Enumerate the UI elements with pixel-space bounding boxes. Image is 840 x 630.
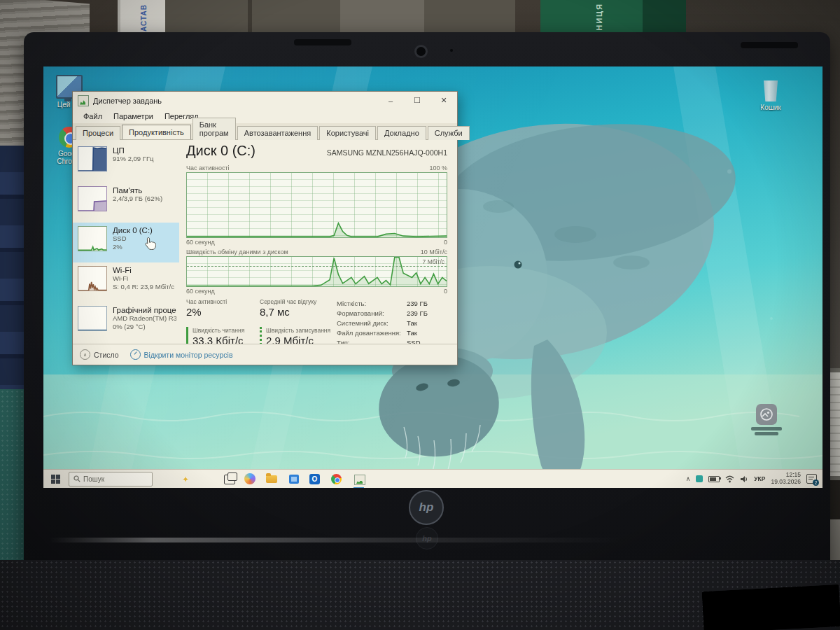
disk-performance-panel: Диск 0 (C:) SAMSUNG MZNLN256HAJQ-000H1 Ч… <box>179 140 457 344</box>
transfer-chart-label: Швидкість обміну даними з диском <box>186 248 288 255</box>
transfer-chart-max: 10 Мбіт/с <box>421 248 447 255</box>
task-manager-window: Диспетчер завдань – ☐ ✕ Файл Параметри П… <box>72 91 458 365</box>
tab-processes[interactable]: Процеси <box>76 126 120 140</box>
stat-active-time: Час активності 2% <box>186 298 260 321</box>
tab-startup[interactable]: Автозавантаження <box>237 126 318 140</box>
outlook-button[interactable]: O <box>309 472 322 485</box>
bezel-notch-right <box>741 42 798 48</box>
collapse-icon: ∧ <box>80 349 90 360</box>
disk-activity-chart <box>186 172 447 238</box>
outlook-icon: O <box>309 474 320 484</box>
transfer-chart-xlabel: 60 секунд <box>186 288 215 295</box>
network-icon[interactable] <box>725 475 734 483</box>
tray-app-icon[interactable] <box>696 475 703 482</box>
maximize-button[interactable]: ☐ <box>404 92 430 109</box>
image-file-label-line1 <box>751 427 782 430</box>
menu-file[interactable]: Файл <box>78 112 108 120</box>
disk-details: Місткість:239 ГБ Форматований:239 ГБ Сис… <box>337 298 447 344</box>
hand-cursor-icon <box>144 237 156 250</box>
search-highlights-sparkle-icon[interactable]: ✦ <box>182 475 190 484</box>
transfer-threshold-label: 7 Мбіт/с <box>423 258 444 265</box>
task-view-button[interactable] <box>223 472 235 485</box>
taskbar: Пошук ✦ O ∧ <box>43 469 822 488</box>
battery-icon[interactable] <box>708 476 720 482</box>
disk-transfer-chart: 7 Мбіт/с <box>186 256 447 287</box>
sidebar-item-memory[interactable]: Пам'ять 2,4/3,9 ГБ (62%) <box>73 183 179 223</box>
microsoft-store-button[interactable] <box>288 472 300 485</box>
stat-response-time: Середній час відгуку 8,7 мс <box>260 298 337 321</box>
notification-center-button[interactable]: 2 <box>806 474 817 484</box>
hidden-icons-chevron[interactable]: ∧ <box>686 475 691 482</box>
sidebar-item-cpu[interactable]: ЦП 91% 2,09 ГГц <box>73 143 179 183</box>
image-file-icon <box>756 404 777 425</box>
tab-users[interactable]: Користувачі <box>319 126 376 140</box>
activity-chart-label: Час активності <box>186 164 230 172</box>
activity-chart-xlabel: 60 секунд <box>186 239 215 246</box>
sidebar-item-gpu[interactable]: Графічний процесор AMD Radeon(TM) R3 Gr … <box>73 302 179 342</box>
sidebar-item-wifi[interactable]: Wi-Fi Wi-Fi S: 0,4 R: 23,9 Мбіт/с <box>73 262 179 302</box>
resource-monitor-icon <box>130 349 141 360</box>
panel-title: Диск 0 (C:) <box>186 143 255 159</box>
gpu-title: Графічний процесор <box>113 306 176 314</box>
running-indicator <box>354 487 364 488</box>
chrome-taskbar-button[interactable] <box>331 472 344 485</box>
language-indicator[interactable]: УКР <box>754 475 765 482</box>
title-bar[interactable]: Диспетчер завдань – ☐ ✕ <box>73 92 457 109</box>
menu-options[interactable]: Параметри <box>108 112 159 120</box>
window-title: Диспетчер завдань <box>93 97 162 105</box>
activity-chart-min: 0 <box>444 239 447 246</box>
open-resource-monitor-link[interactable]: Відкрити монітор ресурсів <box>130 349 233 360</box>
microphone-dot <box>450 49 453 52</box>
task-manager-app-icon <box>78 95 89 106</box>
volume-icon[interactable] <box>740 475 748 483</box>
detail-type: Тип:SSD <box>337 339 447 344</box>
tab-app-history[interactable]: Банк програм <box>192 118 236 140</box>
fewer-details-button[interactable]: ∧ Стисло <box>80 349 119 360</box>
disk-title: Диск 0 (C:) <box>113 226 153 234</box>
taskbar-search-box[interactable]: Пошук <box>69 472 153 486</box>
disk-mini-chart <box>78 226 107 251</box>
sidebar-item-disk[interactable]: Диск 0 (C:) SSD 2% <box>73 223 179 262</box>
tab-details[interactable]: Докладно <box>377 126 426 140</box>
task-manager-taskbar-button[interactable] <box>353 472 365 485</box>
webcam <box>414 45 428 58</box>
copilot-button[interactable] <box>244 472 257 485</box>
system-tray: ∧ УКР 12:15 19.03.2026 2 <box>686 472 822 486</box>
windows-logo-icon <box>51 475 60 484</box>
tab-performance[interactable]: Продуктивність <box>122 125 191 139</box>
task-view-icon <box>224 475 235 484</box>
detail-system-disk: Системний диск:Так <box>337 319 447 327</box>
gpu-name: AMD Radeon(TM) R3 Gr <box>113 314 176 323</box>
activity-chart-max: 100 % <box>429 164 447 172</box>
cpu-title: ЦП <box>113 146 154 155</box>
start-button[interactable] <box>43 470 67 488</box>
copilot-icon <box>244 473 255 484</box>
cpu-mini-chart <box>78 146 107 172</box>
wifi-stats: S: 0,4 R: 23,9 Мбіт/с <box>113 283 174 291</box>
tray-clock[interactable]: 12:15 19.03.2026 <box>771 472 801 486</box>
tray-date: 19.03.2026 <box>771 479 801 486</box>
desktop-icon-recycle-bin[interactable]: Кошик <box>749 80 792 111</box>
task-manager-icon <box>354 475 365 485</box>
microsoft-store-icon <box>289 475 299 484</box>
detail-page-file: Файл довантаження:Так <box>337 329 447 337</box>
desktop-icon-image-file[interactable] <box>745 404 788 437</box>
status-bar: ∧ Стисло Відкрити монітор ресурсів <box>73 344 457 365</box>
wifi-name: Wi-Fi <box>113 274 174 283</box>
recycle-bin-icon <box>762 80 779 102</box>
wifi-mini-chart <box>78 266 107 291</box>
transfer-threshold-line <box>187 266 447 267</box>
detail-formatted: Форматований:239 ГБ <box>337 309 447 317</box>
cpu-stats: 91% 2,09 ГГц <box>113 155 154 163</box>
file-explorer-button[interactable] <box>266 472 279 485</box>
tab-services[interactable]: Служби <box>428 126 470 140</box>
menu-bar: Файл Параметри Перегляд <box>73 109 457 123</box>
minimize-button[interactable]: – <box>377 92 404 109</box>
close-button[interactable]: ✕ <box>430 92 457 109</box>
laptop-screen: Цей ПК Google Chrome Кошик Диспетчер зав… <box>43 66 822 488</box>
transfer-chart-min: 0 <box>444 288 447 295</box>
wifi-title: Wi-Fi <box>113 266 174 274</box>
gpu-stats: 0% (29 °C) <box>113 323 176 331</box>
recycle-bin-label: Кошик <box>749 104 792 111</box>
stat-read-speed: Швидкість читання 33,3 Кбіт/с <box>186 327 260 344</box>
